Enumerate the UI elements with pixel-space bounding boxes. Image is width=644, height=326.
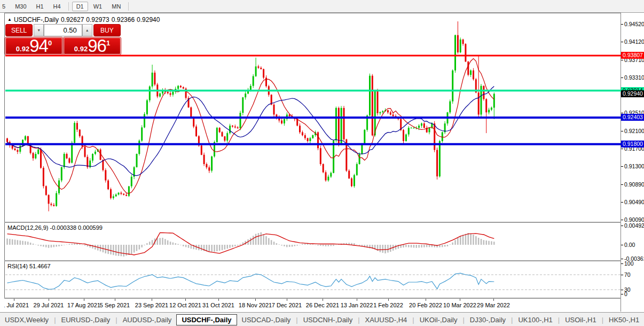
timeframe-button-h1[interactable]: H1 bbox=[32, 2, 48, 11]
date-axis-label: 23 Sep 2021 bbox=[135, 302, 168, 308]
date-tick bbox=[115, 299, 115, 301]
date-axis-label: 10 Mar 2022 bbox=[443, 302, 476, 308]
date-axis-label: 29 Mar 2022 bbox=[477, 302, 510, 308]
tab-separator: | bbox=[412, 316, 414, 324]
price-tick bbox=[621, 149, 623, 149]
rsi-tick bbox=[621, 294, 623, 294]
window-top-border bbox=[4, 13, 644, 13]
macd-tick bbox=[621, 226, 623, 226]
date-tick bbox=[255, 299, 256, 301]
macd-axis-label: 0.004926 bbox=[624, 222, 644, 229]
rsi-label: RSI(14) 51.4667 bbox=[7, 263, 51, 269]
date-tick bbox=[388, 299, 389, 301]
rsi-indicator-canvas[interactable] bbox=[5, 261, 621, 298]
price-level-badge: 0.92940 bbox=[621, 90, 644, 97]
chart-tab-usoil[interactable]: USOil-,H1 bbox=[560, 314, 601, 325]
price-axis-label: 0.90490 bbox=[624, 199, 644, 205]
price-axis-label: 0.94520 bbox=[624, 21, 644, 27]
date-axis-label: 1 Feb 2022 bbox=[373, 302, 403, 308]
price-tick bbox=[621, 220, 623, 220]
toolbar-separator bbox=[128, 2, 129, 11]
macd-axis-label: 0.00 bbox=[624, 242, 635, 248]
timeframe-button-w1[interactable]: W1 bbox=[89, 2, 107, 11]
price-chart-canvas[interactable] bbox=[5, 15, 621, 222]
price-tick bbox=[621, 166, 623, 167]
date-axis-label: 29 Jul 2021 bbox=[34, 302, 64, 308]
price-tick bbox=[621, 113, 623, 113]
timeframe-button-5[interactable]: 5 bbox=[0, 2, 10, 11]
rsi-axis-label: 0 bbox=[624, 291, 627, 297]
chart-tab-usdchf[interactable]: USDCHF-,Daily bbox=[176, 314, 237, 325]
price-tick bbox=[621, 24, 623, 25]
date-axis-label: 26 Dec 2021 bbox=[306, 302, 339, 308]
chart-tab-uk100[interactable]: UK100-,H1 bbox=[513, 314, 557, 325]
timeframe-button-h4[interactable]: H4 bbox=[49, 2, 65, 11]
price-axis-label: 0.94120 bbox=[624, 38, 644, 45]
rsi-axis-label: 100 bbox=[624, 260, 634, 267]
tab-separator: | bbox=[462, 316, 464, 324]
date-tick bbox=[218, 299, 219, 301]
chart-tab-usdcad[interactable]: USDCAD-,Daily bbox=[237, 314, 296, 325]
rsi-axis-label: 70 bbox=[624, 271, 631, 278]
chart-tab-usdx[interactable]: USDX,Weekly bbox=[0, 314, 53, 325]
macd-label: MACD(12,26,9) -0.000338 0.000599 bbox=[7, 224, 103, 231]
date-tick bbox=[49, 299, 49, 301]
timeframe-button-mn[interactable]: MN bbox=[107, 2, 125, 11]
price-level-badge: 0.92403 bbox=[621, 114, 644, 121]
chart-tab-audusd[interactable]: AUDUSD-,Daily bbox=[118, 314, 177, 325]
date-tick bbox=[460, 299, 460, 301]
price-axis-label: 0.92100 bbox=[624, 128, 644, 134]
price-axis-label: 0.93310 bbox=[624, 74, 644, 81]
macd-tick bbox=[621, 245, 623, 245]
date-tick bbox=[357, 299, 357, 301]
price-axis-label: 0.91300 bbox=[624, 163, 644, 169]
rsi-tick bbox=[621, 263, 623, 264]
rsi-tick bbox=[621, 290, 623, 290]
date-axis-label: 18 Nov 2021 bbox=[239, 302, 272, 308]
timeframe-button-m30[interactable]: M30 bbox=[11, 2, 30, 11]
price-axis-label: 0.90890 bbox=[624, 181, 644, 188]
date-axis-label: 5 Sep 2021 bbox=[100, 302, 130, 308]
chart-tab-usdcnh[interactable]: USDCNH-,Daily bbox=[299, 314, 357, 325]
tab-separator: | bbox=[296, 316, 297, 324]
price-tick bbox=[621, 60, 623, 60]
chart-tab-bar: USDX,Weekly|EURUSD-,Daily|AUDUSD-,DailyU… bbox=[0, 312, 644, 326]
date-axis-label: 11 Jul 2021 bbox=[4, 302, 29, 308]
date-axis-label: 13 Jan 2022 bbox=[341, 302, 373, 308]
date-axis-label: 17 Aug 2021 bbox=[67, 302, 100, 308]
date-tick bbox=[323, 299, 323, 301]
timeframe-toolbar: 5M30H1H4D1W1MN bbox=[0, 0, 644, 13]
chart-tab-xauusd[interactable]: XAUUSD-,H4 bbox=[360, 314, 412, 325]
price-tick bbox=[621, 77, 623, 78]
macd-tick bbox=[621, 259, 623, 259]
tab-separator: | bbox=[602, 316, 603, 324]
date-axis-label: 20 Feb 2022 bbox=[409, 302, 442, 308]
chart-tab-hk50[interactable]: HK50-,H1 bbox=[604, 314, 644, 325]
tab-separator: | bbox=[511, 316, 513, 324]
price-level-badge: 0.93807 bbox=[621, 52, 644, 59]
timeframe-button-d1[interactable]: D1 bbox=[72, 2, 88, 11]
tab-separator: | bbox=[54, 316, 56, 324]
date-tick bbox=[152, 299, 152, 301]
price-axis[interactable]: 0.945200.941200.937100.933100.925100.921… bbox=[621, 13, 644, 312]
tab-separator: | bbox=[558, 316, 560, 324]
tab-separator: | bbox=[358, 316, 359, 324]
tab-separator: | bbox=[115, 316, 117, 324]
chart-tab-dj30[interactable]: DJ30-,Daily bbox=[465, 314, 511, 325]
toolbar-separator bbox=[68, 2, 69, 11]
date-tick bbox=[185, 299, 186, 301]
date-axis-label: 7 Dec 2021 bbox=[272, 302, 302, 308]
date-tick bbox=[287, 299, 287, 301]
date-axis-label: 12 Oct 2021 bbox=[169, 302, 201, 308]
rsi-tick bbox=[621, 275, 623, 275]
price-tick bbox=[621, 184, 623, 185]
price-tick bbox=[621, 42, 623, 42]
chart-tab-eurusd[interactable]: EURUSD-,Daily bbox=[57, 314, 115, 325]
date-axis[interactable]: 11 Jul 202129 Jul 202117 Aug 20215 Sep 2… bbox=[4, 299, 621, 312]
chart-tab-ukoil[interactable]: UKOil-,Daily bbox=[415, 314, 462, 325]
date-tick bbox=[14, 299, 14, 301]
date-axis-label: 31 Oct 2021 bbox=[202, 302, 234, 308]
date-tick bbox=[84, 299, 84, 301]
price-tick bbox=[621, 202, 623, 203]
price-tick bbox=[621, 131, 623, 131]
